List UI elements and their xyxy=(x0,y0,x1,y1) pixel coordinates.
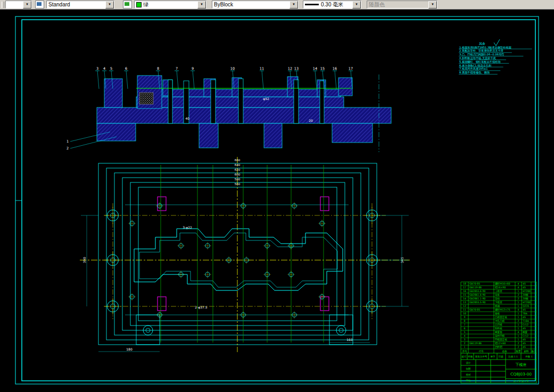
balloon-2: 2 xyxy=(67,146,69,151)
tb-role: 制图 xyxy=(466,368,471,370)
bom-cell: 1 xyxy=(518,312,519,315)
tb-header-cell: 标记 xyxy=(461,355,467,358)
bom-cell: 45 xyxy=(523,308,526,311)
part-profile xyxy=(134,229,343,290)
bom-cell: 18 xyxy=(463,282,466,285)
plotstyle-combo: 随颜色 ▼ xyxy=(367,1,437,9)
bom-cell: 螺钉M12×75 xyxy=(495,308,510,311)
bom-cell: 凸模固定板 xyxy=(495,316,507,319)
toolbar-grip[interactable] xyxy=(2,2,4,8)
bom-cell: 3 xyxy=(464,338,466,341)
bom-cell: Q235 xyxy=(523,305,529,307)
drawing-canvas[interactable]: 其余1.模架采用GB/T2851.3标准后侧导柱模架2.装配后导柱、导套滑动灵活… xyxy=(0,10,554,392)
section-view xyxy=(97,74,391,152)
note-line: 8.表面不得有碰伤、锈蚀 xyxy=(459,71,490,74)
balloon-6: 6 xyxy=(125,66,127,71)
lineweight-combo[interactable]: 0.30 毫米 ▼ xyxy=(303,1,361,9)
lineweight-glyph xyxy=(305,4,319,5)
bom-cell: 2 xyxy=(518,346,519,348)
bom-header: 名称 xyxy=(502,350,507,353)
bom-cell: 8 xyxy=(464,320,466,322)
tb-header-cell: 更改文件号 xyxy=(475,355,487,358)
bom-cell: 4 xyxy=(518,331,519,333)
bom-cell: 1 xyxy=(518,290,519,293)
bom-cell: 45 xyxy=(523,346,526,348)
style-manager-icon[interactable] xyxy=(35,1,44,9)
dim-text: φ52 xyxy=(263,97,269,101)
bom-cell: 4 xyxy=(518,282,519,285)
layer-combo[interactable]: 绿 ▼ xyxy=(134,1,206,9)
bom-cell: 销16×90 xyxy=(495,286,506,289)
bom-cell: 橡胶垫 xyxy=(494,330,502,333)
balloon-8: 8 xyxy=(157,66,159,71)
centerlines xyxy=(80,157,410,352)
bom-header: 序号 xyxy=(462,350,467,353)
chevron-down-icon: ▼ xyxy=(428,1,437,9)
notes-block: 其余1.模架采用GB/T2851.3标准后侧导柱模架2.装配后导柱、导套滑动灵活… xyxy=(459,39,532,74)
bom-cell: GB119-86 xyxy=(469,286,482,289)
bom-cell: 45 xyxy=(523,327,526,330)
bom-cell: 5 xyxy=(464,331,466,333)
bom-cell: GB2855.5-90 xyxy=(469,301,485,304)
balloon-12: 12 xyxy=(288,66,292,71)
chevron-down-icon[interactable]: ▼ xyxy=(105,1,114,9)
model-space[interactable]: 其余1.模架采用GB/T2851.3标准后侧导柱模架2.装配后导柱、导套滑动灵活… xyxy=(0,10,554,392)
bom-cell: Cr12 xyxy=(523,323,528,326)
bom-cell: 1 xyxy=(518,316,519,319)
layers-icon[interactable] xyxy=(123,1,132,9)
bom-cell: 45 xyxy=(523,338,526,341)
bom-cell: 凸凹模 xyxy=(495,323,502,326)
layer-combo-value: 绿 xyxy=(143,1,196,9)
bom-cell: 45 xyxy=(523,316,526,319)
bom-cell: 销12×60 xyxy=(495,341,506,345)
bom-cell: 2 xyxy=(518,297,519,300)
bom-header: 代号 xyxy=(478,350,484,353)
bom-cell: 卸料板 xyxy=(494,327,502,330)
chevron-down-icon[interactable]: ▼ xyxy=(197,1,206,9)
bom-cell: 螺钉M16×60 xyxy=(495,282,510,285)
bom-cell: 9 xyxy=(464,316,466,319)
bom-cell: 橡胶 xyxy=(522,330,528,333)
bom-cell: 6 xyxy=(464,327,466,330)
text-style-value: Standard xyxy=(48,2,104,7)
chevron-down-icon[interactable]: ▼ xyxy=(23,1,31,9)
bom-cell: 落料凹模 xyxy=(495,335,505,338)
color-combo[interactable]: ByBlock ▼ xyxy=(212,1,299,9)
bom-cell: 导柱 xyxy=(495,297,500,300)
dim-text: 3-φ22 xyxy=(183,226,192,230)
bom-cell: GB2861.1-90 xyxy=(469,297,485,300)
bom-cell: 15 xyxy=(463,294,466,296)
workspace-combo[interactable]: ▼ xyxy=(5,1,32,9)
bom-header: 备注 xyxy=(531,350,536,353)
object-properties-toolbar: ▼ Standard ▼ 绿 ▼ ByBlock ▼ 0.30 毫米 ▼ 随颜色… xyxy=(0,0,554,10)
chevron-down-icon[interactable]: ▼ xyxy=(352,1,361,9)
bom-cell: 1 xyxy=(464,346,466,348)
bom-header: 数量 xyxy=(516,350,521,353)
bom-cell: 45 xyxy=(523,286,526,289)
chevron-down-icon[interactable]: ▼ xyxy=(290,1,298,9)
tb-role: 校对 xyxy=(466,373,472,376)
hatched-plates xyxy=(97,76,391,148)
bom-cell: 冲孔凸模 xyxy=(495,319,505,323)
dim-text: 20 xyxy=(309,119,313,122)
balloon-3: 3 xyxy=(96,66,98,71)
balloon-9: 9 xyxy=(192,66,194,71)
bom-cell: 2 xyxy=(518,342,519,345)
tb-drawing-number: CQ8J03-00 xyxy=(510,372,532,377)
tb-role: 审核 xyxy=(466,379,472,382)
bom-cell: 1 xyxy=(518,327,519,330)
bom-cell: T8A xyxy=(522,312,528,315)
balloon-13: 13 xyxy=(294,66,299,71)
balloon-5: 5 xyxy=(110,66,112,71)
bom-cell: GB119-86 xyxy=(469,342,482,345)
stippled-insert xyxy=(139,93,153,104)
bom-cell: GB2855.6-90 xyxy=(469,290,485,293)
bom-cell: 20钢 xyxy=(523,293,528,296)
text-style-combo[interactable]: Standard ▼ xyxy=(46,1,114,9)
balloon-15: 15 xyxy=(320,66,325,71)
bom-cell: 11 xyxy=(463,308,466,311)
bom-cell: 2 xyxy=(518,294,519,296)
bom-cell: 4 xyxy=(464,335,466,337)
tb-part-name: 下模座 xyxy=(516,363,527,367)
bom-cell: 45 xyxy=(523,342,526,345)
